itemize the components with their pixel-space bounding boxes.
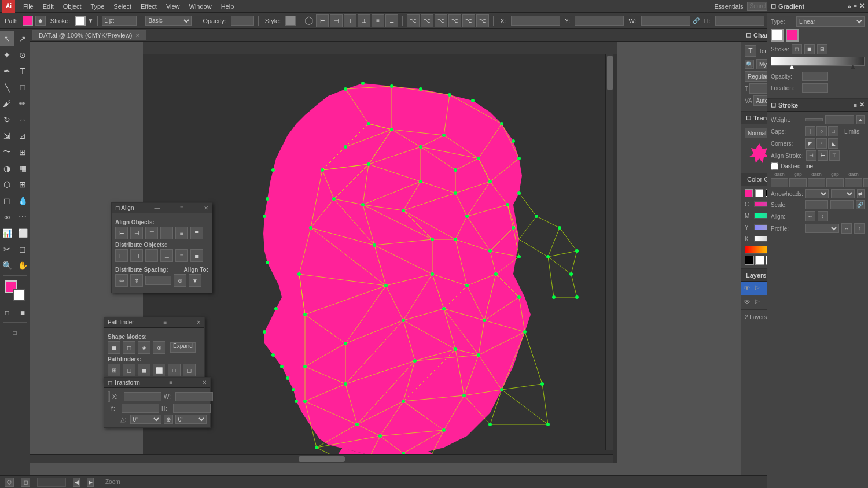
weight-slider[interactable] — [805, 118, 823, 121]
intersect-btn[interactable]: ◈ — [138, 341, 150, 354]
cap-square-btn[interactable]: □ — [828, 126, 838, 136]
select-tool[interactable]: ↖ — [0, 31, 14, 46]
stroke-arrow[interactable]: ▼ — [88, 17, 94, 24]
dist-bottom-btn[interactable]: ≣ — [190, 249, 203, 262]
zoom-down-btn[interactable]: ◀ — [73, 478, 80, 487]
gap-input-3[interactable] — [863, 178, 868, 187]
corner-round-btn[interactable]: ◜ — [816, 138, 827, 149]
dist-space-h-btn[interactable]: ⇔ — [115, 274, 128, 287]
align-left-edge-btn[interactable]: ⊢ — [115, 227, 128, 239]
gap-input-1[interactable] — [789, 178, 807, 187]
weight-input[interactable] — [825, 115, 854, 124]
transform-close-btn[interactable]: ✕ — [202, 379, 207, 386]
align-center-v-btn[interactable]: ≡ — [175, 227, 188, 239]
reflect-tool[interactable]: ↔ — [15, 112, 30, 127]
dash-input-2[interactable] — [808, 178, 825, 187]
warp-tool[interactable]: 〜 — [0, 145, 14, 160]
perspective-tool[interactable]: ⬡ — [0, 177, 14, 192]
gradient-color-2[interactable] — [786, 29, 799, 42]
grad-stroke-btn1[interactable]: ◻ — [792, 44, 802, 54]
line-tool[interactable]: ╲ — [0, 80, 14, 95]
black-swatch[interactable] — [745, 256, 754, 265]
font-search-icon[interactable]: 🔍 — [745, 60, 754, 69]
recolor-btn[interactable]: ⬡ — [304, 14, 314, 27]
trim-btn[interactable]: ◻ — [123, 364, 135, 376]
corner-bevel-btn[interactable]: ◣ — [828, 138, 838, 149]
cap-round-btn[interactable]: ○ — [816, 126, 827, 136]
menu-window[interactable]: Window — [185, 2, 216, 11]
align-menu-btn[interactable]: ≡ — [180, 205, 183, 211]
horizontal-scrollbar[interactable] — [30, 454, 613, 463]
align-center-v-btn[interactable]: ≡ — [372, 14, 384, 27]
gradient-tool[interactable]: ◻ — [0, 193, 14, 208]
align-outside-btn[interactable]: ⊤ — [829, 150, 840, 161]
h-input[interactable]: 341.828 mm — [715, 16, 764, 26]
grad-stroke-btn2[interactable]: ◼ — [804, 44, 815, 54]
blend-tool[interactable]: ∞ — [0, 209, 14, 224]
status-icon-2[interactable]: ◻ — [21, 478, 30, 487]
dash-input-1[interactable] — [771, 178, 788, 187]
menu-object[interactable]: Object — [58, 2, 86, 11]
align-top-btn[interactable]: ⊥ — [358, 14, 370, 27]
gradient-mode-btn[interactable]: ◼ — [15, 305, 30, 320]
constrain-proportions-btn[interactable]: ⊕ — [164, 415, 173, 424]
dist-center-v-btn[interactable]: ≡ — [175, 249, 188, 262]
layer1-visibility-btn[interactable]: 👁 — [744, 298, 753, 307]
touch-type-icon[interactable]: T — [745, 45, 756, 57]
align-center-h-btn[interactable]: ⊣ — [330, 14, 343, 27]
crop-btn[interactable]: ⬜ — [153, 364, 165, 376]
w-input[interactable]: 323.886 mm — [641, 16, 690, 26]
free-transform-tool[interactable]: ⊞ — [15, 145, 30, 160]
transform-w-input[interactable]: 323.886 mm — [175, 392, 213, 401]
align-to-btn[interactable]: ⊙ — [174, 274, 186, 287]
flip-v-btn[interactable]: ↕ — [854, 223, 865, 234]
align-extend-btn[interactable]: ↔ — [805, 211, 815, 221]
rotate-tool[interactable]: ↻ — [0, 112, 14, 127]
dashed-line-checkbox[interactable] — [771, 162, 778, 170]
paintbrush-tool[interactable]: 🖌 — [0, 96, 14, 111]
slice-tool[interactable]: ✂ — [0, 242, 14, 257]
draw-mode-btn[interactable]: □ — [4, 325, 26, 340]
expand-btn[interactable]: Expand — [170, 342, 196, 353]
gradient-expand-btn[interactable]: » — [847, 3, 851, 10]
background-color[interactable] — [13, 289, 25, 301]
swap-arrowheads-btn[interactable]: ⇄ — [857, 189, 865, 198]
gradient-menu-btn[interactable]: ≡ — [854, 3, 857, 10]
align-center-h-btn[interactable]: ⊣ — [130, 227, 143, 239]
magic-wand-tool[interactable]: ✦ — [0, 47, 14, 62]
scale-x-input[interactable]: 100% — [805, 200, 828, 209]
align-to-arrow-btn[interactable]: ▼ — [189, 274, 201, 287]
artboard-tool[interactable]: ⬜ — [15, 225, 30, 241]
menu-type[interactable]: Type — [86, 2, 109, 11]
gradient-slider[interactable] — [771, 57, 865, 66]
align-top-edge-btn[interactable]: ⊥ — [160, 227, 173, 239]
link-dimensions-btn[interactable]: 🔗 — [693, 17, 700, 24]
color-mode-btn[interactable]: ◻ — [0, 305, 14, 320]
menu-effect[interactable]: Effect — [136, 2, 161, 11]
mesh-tool[interactable]: ⊞ — [15, 177, 30, 192]
gradient-color-1[interactable] — [771, 29, 784, 42]
rotate-select[interactable]: 0° — [130, 415, 161, 424]
fill-color[interactable] — [23, 16, 33, 26]
divide-btn[interactable]: ⊞ — [108, 364, 120, 376]
column-graph-tool[interactable]: 📊 — [0, 225, 14, 241]
type-tool[interactable]: T — [15, 64, 30, 79]
bg-color-swatch[interactable] — [755, 189, 763, 197]
transform-menu-btn[interactable]: ≡ — [169, 379, 172, 386]
menu-select[interactable]: Select — [109, 2, 136, 11]
align-left-btn[interactable]: ⊢ — [316, 14, 329, 27]
merge-btn[interactable]: ◼ — [138, 364, 150, 376]
live-paint-tool[interactable]: ▦ — [15, 161, 30, 176]
zoom-up-btn[interactable]: ▶ — [87, 478, 94, 487]
align-bottom-edge-btn[interactable]: ≣ — [190, 227, 203, 239]
stroke-weight-input[interactable] — [102, 16, 137, 26]
align-close-btn[interactable]: ✕ — [204, 205, 208, 211]
distribute-bottom-btn[interactable]: ⌥ — [476, 14, 489, 27]
align-inside-btn[interactable]: ⊢ — [818, 150, 828, 161]
direct-select-tool[interactable]: ↗ — [15, 31, 30, 46]
document-tab[interactable]: DAT.ai @ 100% (CMYK/Preview) ✕ — [32, 30, 146, 40]
outline-btn[interactable]: □ — [168, 364, 181, 376]
scale-tool[interactable]: ⇲ — [0, 128, 14, 143]
lasso-tool[interactable]: ⊙ — [15, 47, 30, 62]
transform-y-input[interactable]: 168.845 mm — [122, 404, 159, 413]
